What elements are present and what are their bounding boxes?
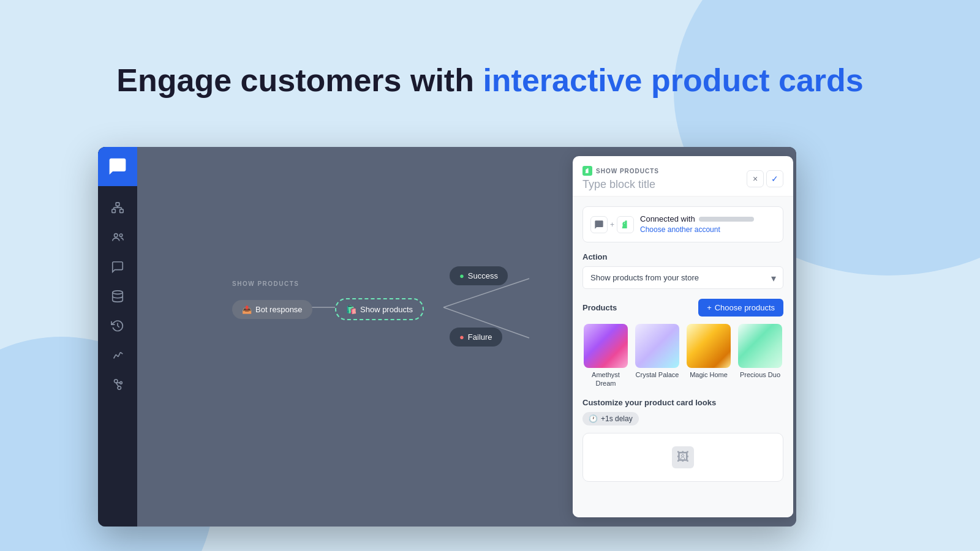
page-heading: Engage customers with interactive produc… <box>0 61 980 99</box>
chat-bubble-icon <box>111 260 124 274</box>
svg-point-8 <box>115 234 118 238</box>
sidebar-item-conversations[interactable] <box>105 255 130 279</box>
svg-rect-2 <box>120 209 124 213</box>
sidebar-logo[interactable] <box>98 147 137 186</box>
product-card-crystal[interactable]: Crystal Palace <box>634 324 680 388</box>
shopify-icon <box>582 166 592 176</box>
action-select[interactable]: Show products from your store Show featu… <box>582 266 783 289</box>
panel-actions: × ✓ <box>747 170 783 187</box>
delay-badge[interactable]: 🕐 +1s delay <box>582 412 639 425</box>
action-section-label: Action <box>582 252 783 261</box>
bot-response-label: Bot response <box>255 305 303 314</box>
svg-line-14 <box>121 352 123 354</box>
product-card-amethyst[interactable]: Amethyst Dream <box>582 324 629 388</box>
sidebar-nav <box>105 186 130 527</box>
database-icon <box>111 290 124 303</box>
product-img-crystal <box>635 324 679 368</box>
canvas-area: SHOW PRODUCTS 📤 Bot response 🛍️ Show pro… <box>137 147 796 527</box>
panel: SHOW PRODUCTS Type block title × ✓ <box>573 156 793 517</box>
preview-placeholder-icon: 🖼 <box>672 446 694 468</box>
clock-icon: 🕐 <box>589 414 598 423</box>
panel-close-button[interactable]: × <box>747 170 764 187</box>
connected-card: + Connected with Choose another account <box>582 206 783 242</box>
connected-account-bar <box>699 217 754 222</box>
panel-badge-label: SHOW PRODUCTS <box>596 168 659 174</box>
svg-line-13 <box>118 352 121 356</box>
sidebar-item-integrations[interactable] <box>105 372 130 397</box>
success-node[interactable]: ● Success <box>450 266 508 285</box>
preview-card: 🖼 <box>582 433 783 482</box>
sidebar <box>98 147 137 527</box>
panel-title-area: SHOW PRODUCTS Type block title <box>582 166 747 191</box>
chat-icon <box>108 157 127 176</box>
heading-highlight: interactive product cards <box>483 62 863 98</box>
show-products-icon: 🛍️ <box>346 304 356 314</box>
panel-block-title[interactable]: Type block title <box>582 178 747 191</box>
products-section: Products + Choose products Amethyst Drea… <box>582 299 783 388</box>
svg-point-9 <box>119 234 123 237</box>
plus-icon: + <box>707 303 712 312</box>
failure-node[interactable]: ● Failure <box>450 328 502 347</box>
sidebar-item-history[interactable] <box>105 313 130 338</box>
success-dot-icon: ● <box>459 271 464 280</box>
sidebar-item-analytics[interactable] <box>105 343 130 367</box>
show-products-label: SHOW PRODUCTS <box>232 280 300 287</box>
success-label: Success <box>468 271 498 280</box>
panel-header: SHOW PRODUCTS Type block title × ✓ <box>573 156 793 197</box>
heading-static: Engage customers with <box>116 62 483 98</box>
products-grid: Amethyst Dream Crystal Palace Magic Home <box>582 324 783 388</box>
products-header: Products + Choose products <box>582 299 783 317</box>
customize-section: Customize your product card looks 🕐 +1s … <box>582 398 783 425</box>
product-img-amethyst <box>584 324 628 368</box>
delay-label: +1s delay <box>601 414 633 423</box>
product-name-amethyst: Amethyst Dream <box>582 370 629 388</box>
connected-icons: + <box>590 216 634 233</box>
failure-label: Failure <box>468 332 492 342</box>
integrations-icon <box>111 378 124 391</box>
sidebar-item-database[interactable] <box>105 284 130 309</box>
product-name-precious: Precious Duo <box>740 370 780 379</box>
panel-confirm-button[interactable]: ✓ <box>766 170 783 187</box>
svg-rect-1 <box>112 209 116 213</box>
product-name-crystal: Crystal Palace <box>636 370 679 379</box>
failure-dot-icon: ● <box>459 332 464 342</box>
sidebar-item-contacts[interactable] <box>105 225 130 250</box>
connected-label-text: Connected with <box>640 214 695 223</box>
product-card-precious[interactable]: Precious Duo <box>737 324 783 388</box>
plus-connector: + <box>610 220 614 229</box>
connected-text: Connected with Choose another account <box>640 214 775 234</box>
org-icon <box>111 201 124 215</box>
choose-products-label: Choose products <box>715 303 775 312</box>
sidebar-item-organization[interactable] <box>105 196 130 220</box>
app-window: SHOW PRODUCTS 📤 Bot response 🛍️ Show pro… <box>98 147 796 527</box>
panel-body: + Connected with Choose another account <box>573 197 793 517</box>
show-products-node-label: Show products <box>360 305 413 314</box>
connected-with-label: Connected with <box>640 214 775 223</box>
product-card-magic[interactable]: Magic Home <box>685 324 732 388</box>
svg-line-18 <box>116 383 119 387</box>
history-icon <box>111 319 124 332</box>
platform-icon-left <box>590 216 608 233</box>
choose-account-link[interactable]: Choose another account <box>640 225 720 234</box>
choose-products-button[interactable]: + Choose products <box>698 299 783 317</box>
contacts-icon <box>111 231 124 244</box>
product-name-magic: Magic Home <box>690 370 728 379</box>
platform-icon-right <box>617 216 634 233</box>
show-products-node[interactable]: 🛍️ Show products <box>335 298 424 320</box>
bot-response-node[interactable]: 📤 Bot response <box>232 300 312 319</box>
product-img-magic <box>687 324 731 368</box>
svg-rect-0 <box>116 203 119 206</box>
svg-point-10 <box>113 291 123 294</box>
products-section-label: Products <box>582 303 617 312</box>
analytics-icon <box>111 348 124 362</box>
action-section: Action Show products from your store Sho… <box>582 252 783 289</box>
product-img-precious <box>738 324 782 368</box>
action-select-wrapper: Show products from your store Show featu… <box>582 266 783 289</box>
customize-section-label: Customize your product card looks <box>582 398 783 407</box>
bot-response-icon: 📤 <box>242 305 252 314</box>
panel-badge: SHOW PRODUCTS <box>582 166 747 176</box>
svg-line-11 <box>114 354 116 358</box>
svg-point-15 <box>115 380 118 383</box>
